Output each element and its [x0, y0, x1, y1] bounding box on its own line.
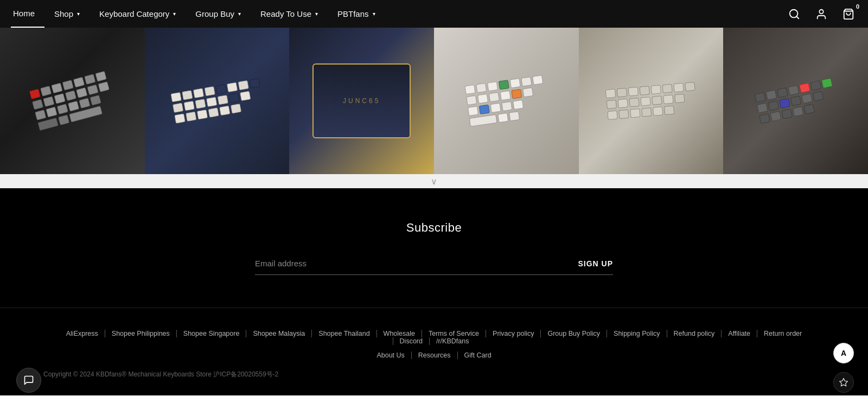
svg-point-2 [819, 9, 823, 13]
footer-link-affiliate[interactable]: Affiliate [721, 330, 757, 337]
footer-link-return-order[interactable]: Return order [757, 330, 808, 337]
footer-link-about-us[interactable]: About Us [370, 352, 411, 359]
translate-icon: A [841, 349, 846, 357]
footer-link-privacy-policy[interactable]: Privacy policy [486, 330, 540, 337]
hero-image-strip: JUNC65 [0, 28, 868, 174]
footer-link-/r/kbdfans[interactable]: /r/KBDfans [429, 337, 475, 345]
translate-button[interactable]: A [833, 343, 854, 363]
nav-group-buy[interactable]: Group Buy ▾ [186, 0, 251, 28]
nav-links: Home Shop ▾ Keyboard Category ▾ Group Bu… [11, 0, 385, 28]
footer-link-terms-of-service[interactable]: Terms of Service [422, 330, 486, 337]
scroll-indicator: ∨ [0, 174, 868, 188]
search-icon [788, 8, 800, 20]
svg-line-1 [796, 16, 799, 18]
svg-marker-4 [840, 379, 848, 386]
subscribe-section: Subscribe SIGN UP [0, 188, 868, 308]
nav-home[interactable]: Home [11, 0, 44, 28]
navigation: Home Shop ▾ Keyboard Category ▾ Group Bu… [0, 0, 868, 28]
cart-button[interactable]: 0 [840, 5, 857, 23]
wishlist-button[interactable] [833, 372, 854, 393]
account-icon [815, 8, 827, 20]
hero-image-2 [145, 28, 290, 174]
nav-keyboard-category[interactable]: Keyboard Category ▾ [90, 0, 186, 28]
chat-icon [23, 375, 34, 386]
cart-count: 0 [856, 3, 859, 10]
signup-button[interactable]: SIGN UP [569, 257, 613, 270]
nav-pbtfans[interactable]: PBTfans ▾ [328, 0, 385, 28]
footer-link-resources[interactable]: Resources [411, 352, 457, 359]
hero-image-4 [434, 28, 579, 174]
nav-shop[interactable]: Shop ▾ [44, 0, 90, 28]
footer-link-refund-policy[interactable]: Refund policy [667, 330, 722, 337]
footer-links-row-2: About UsResourcesGift Card [43, 352, 825, 359]
ready-to-use-chevron-icon: ▾ [315, 11, 318, 17]
cart-icon [843, 8, 854, 20]
footer-link-aliexpress[interactable]: AliExpress [60, 330, 105, 337]
chevron-down-icon: ∨ [431, 176, 437, 187]
footer-link-shopee-thailand[interactable]: Shopee Thailand [311, 330, 376, 337]
hero-image-6 [723, 28, 868, 174]
footer-links-row-1: AliExpressShopee PhilippinesShopee Singa… [43, 330, 825, 345]
footer-link-group-buy-policy[interactable]: Group Buy Policy [540, 330, 607, 337]
nav-actions: 0 [786, 5, 857, 23]
footer-link-discord[interactable]: Discord [393, 337, 429, 345]
keyboard-category-chevron-icon: ▾ [173, 11, 176, 17]
subscribe-title: Subscribe [406, 221, 462, 235]
group-buy-chevron-icon: ▾ [238, 11, 241, 17]
nav-ready-to-use[interactable]: Ready To Use ▾ [251, 0, 328, 28]
footer: AliExpressShopee PhilippinesShopee Singa… [0, 308, 868, 395]
footer-link-shopee-singapore[interactable]: Shopee Singapore [176, 330, 246, 337]
hero-image-5 [579, 28, 724, 174]
chat-button[interactable] [16, 368, 41, 393]
footer-link-wholesale[interactable]: Wholesale [376, 330, 422, 337]
footer-copyright: Copyright © 2024 KBDfans® Mechanical Key… [43, 370, 825, 379]
star-icon [839, 378, 848, 387]
footer-link-shopee-malaysia[interactable]: Shopee Malaysia [246, 330, 311, 337]
email-input[interactable] [255, 257, 569, 270]
footer-link-shopee-philippines[interactable]: Shopee Philippines [105, 330, 176, 337]
pbtfans-chevron-icon: ▾ [373, 11, 375, 17]
account-button[interactable] [813, 5, 830, 23]
footer-link-gift-card[interactable]: Gift Card [457, 352, 498, 359]
hero-image-1 [0, 28, 145, 174]
hero-image-3: JUNC65 [289, 28, 434, 174]
shop-chevron-icon: ▾ [77, 11, 80, 17]
search-button[interactable] [786, 5, 803, 23]
footer-link-shipping-policy[interactable]: Shipping Policy [607, 330, 666, 337]
subscribe-form: SIGN UP [255, 257, 613, 275]
